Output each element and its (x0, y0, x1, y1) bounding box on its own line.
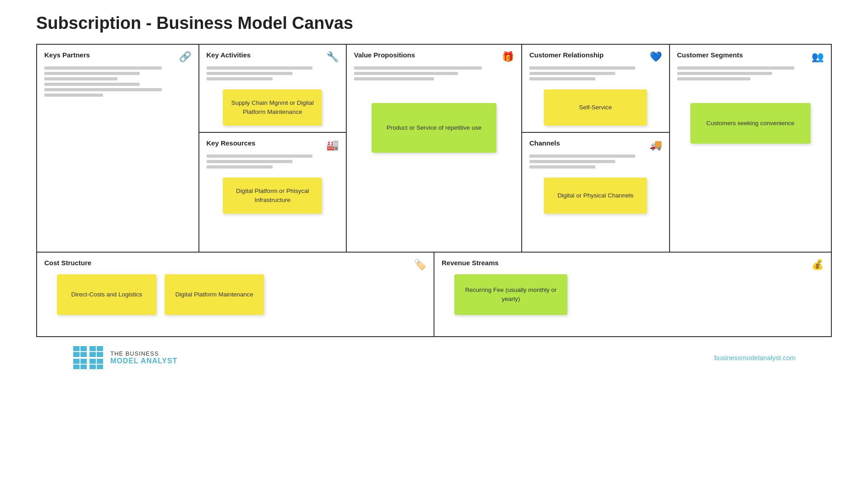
business-model-canvas: Keys Partners 🔗 Key Activities (36, 44, 832, 337)
cost-structure-sticky1: Direct-Costs and Logistics (57, 274, 156, 315)
cost-structure-icon: 🏷️ (414, 259, 426, 271)
value-propositions-icon: 🎁 (502, 51, 514, 63)
gray-line (529, 165, 595, 169)
key-resources-title: Key Resources (207, 139, 255, 147)
channels-sticky: Digital or Physical Channels (544, 178, 647, 214)
revenue-streams-sticky: Recurring Fee (usually monthly or yearly… (454, 274, 567, 315)
value-propositions-cell: Value Propositions 🎁 Product or Service … (347, 45, 522, 252)
page-title: Subscription - Business Model Canvas (36, 14, 832, 33)
customer-segments-title: Customer Segments (677, 51, 743, 59)
gray-line (207, 72, 292, 75)
key-activities-resources-col: Key Activities 🔧 Supply Chain Mgnmt or D… (199, 45, 347, 252)
gray-line (207, 66, 312, 70)
keys-partners-lines (44, 66, 191, 97)
customer-segments-cell: Customer Segments 👥 Customers seeking co… (670, 45, 831, 252)
customer-relationship-lines (529, 66, 662, 80)
page-container: Subscription - Business Model Canvas Key… (0, 0, 868, 379)
logo-text-bottom: MODEL ANALYST (110, 357, 177, 365)
logo-icon (72, 345, 104, 370)
channels-title: Channels (529, 139, 560, 147)
channels-header: Channels 🚚 (529, 139, 662, 151)
value-propositions-header: Value Propositions 🎁 (354, 51, 514, 63)
gray-line (529, 160, 615, 163)
website-url: businessmodelanalyst.com (714, 354, 796, 361)
gray-line (207, 160, 292, 163)
svg-rect-8 (73, 351, 87, 352)
gray-line (529, 77, 595, 80)
channels-lines (529, 155, 662, 169)
key-activities-header: Key Activities 🔧 (207, 51, 339, 63)
keys-partners-cell: Keys Partners 🔗 (37, 45, 199, 252)
keys-partners-header: Keys Partners 🔗 (44, 51, 191, 63)
canvas-bottom-section: Cost Structure 🏷️ Direct-Costs and Logis… (37, 253, 831, 336)
customer-segments-lines (677, 66, 824, 80)
canvas-top-section: Keys Partners 🔗 Key Activities (37, 45, 831, 253)
revenue-streams-icon: 💰 (811, 259, 824, 271)
value-propositions-lines (354, 66, 514, 80)
customer-rel-channels-col: Customer Relationship 💙 Self-Service Cha… (522, 45, 670, 252)
keys-partners-icon: 🔗 (179, 51, 191, 63)
cost-structure-header: Cost Structure 🏷️ (44, 259, 426, 271)
customer-relationship-sticky: Self-Service (544, 89, 647, 126)
svg-rect-10 (73, 364, 87, 365)
customer-segments-icon: 👥 (811, 51, 824, 63)
footer: THE BUSINESS MODEL ANALYST businessmodel… (36, 337, 832, 370)
key-activities-sticky: Supply Chain Mgnmt or Digital Platform M… (223, 89, 322, 126)
gray-line (529, 72, 615, 75)
customer-relationship-title: Customer Relationship (529, 51, 604, 59)
cost-structure-cell: Cost Structure 🏷️ Direct-Costs and Logis… (37, 253, 434, 336)
value-propositions-sticky: Product or Service of repetitive use (372, 103, 496, 153)
key-activities-title: Key Activities (207, 51, 251, 59)
key-resources-sticky: Digital Platform or Phisycal Infrastruct… (223, 178, 322, 214)
logo-area: THE BUSINESS MODEL ANALYST (72, 345, 177, 370)
cost-structure-sticky2: Digital Platform Maintenance (165, 274, 264, 315)
value-propositions-title: Value Propositions (354, 51, 415, 59)
revenue-streams-title: Revenue Streams (442, 259, 499, 267)
cost-structure-title: Cost Structure (44, 259, 91, 267)
key-activities-lines (207, 66, 339, 80)
customer-segments-sticky: Customers seeking convenience (690, 103, 811, 144)
channels-cell: Channels 🚚 Digital or Physical Channels (522, 133, 669, 220)
revenue-streams-cell: Revenue Streams 💰 Recurring Fee (usually… (434, 253, 831, 336)
key-resources-header: Key Resources 🏭 (207, 139, 339, 151)
gray-line (207, 77, 273, 80)
gray-line (44, 88, 162, 91)
gray-line (207, 165, 273, 169)
gray-line (44, 72, 140, 75)
gray-line (207, 155, 312, 158)
gray-line (529, 66, 635, 70)
key-resources-cell: Key Resources 🏭 Digital Platform or Phis… (199, 133, 346, 220)
customer-relationship-cell: Customer Relationship 💙 Self-Service (522, 45, 669, 133)
logo-text: THE BUSINESS MODEL ANALYST (110, 350, 177, 365)
gray-line (677, 77, 750, 80)
gray-line (677, 66, 795, 70)
gray-line (44, 66, 162, 70)
gray-line (44, 77, 118, 80)
gray-line (354, 72, 458, 75)
key-activities-cell: Key Activities 🔧 Supply Chain Mgnmt or D… (199, 45, 346, 133)
gray-line (354, 66, 482, 70)
keys-partners-title: Keys Partners (44, 51, 90, 59)
gray-line (44, 94, 103, 97)
key-activities-icon: 🔧 (326, 51, 339, 63)
logo-text-top: THE BUSINESS (110, 350, 177, 357)
customer-segments-header: Customer Segments 👥 (677, 51, 824, 63)
gray-line (44, 83, 140, 86)
gray-line (354, 77, 434, 80)
revenue-streams-header: Revenue Streams 💰 (442, 259, 824, 271)
svg-rect-11 (90, 364, 103, 365)
gray-line (677, 72, 773, 75)
key-resources-lines (207, 155, 339, 169)
svg-rect-9 (90, 351, 103, 352)
channels-icon: 🚚 (650, 139, 662, 151)
gray-line (529, 155, 635, 158)
key-resources-icon: 🏭 (326, 139, 339, 151)
customer-relationship-header: Customer Relationship 💙 (529, 51, 662, 63)
customer-relationship-icon: 💙 (650, 51, 662, 63)
